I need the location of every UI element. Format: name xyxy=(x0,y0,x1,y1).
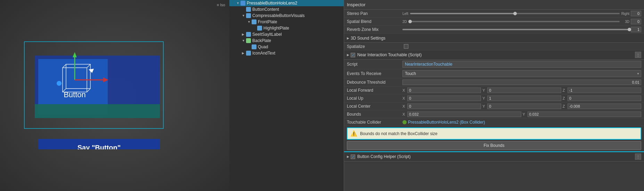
svg-rect-3 xyxy=(35,104,160,118)
svg-text:Say "Button": Say "Button" xyxy=(78,144,121,149)
local-center-z-input[interactable]: -0.008 xyxy=(568,103,641,109)
svg-marker-14 xyxy=(73,52,77,57)
bounds-x-input[interactable]: 0.032 xyxy=(407,111,521,117)
near-interaction-title: Near Interaction Touchable (Script) xyxy=(357,52,422,57)
near-interaction-checkbox[interactable] xyxy=(351,53,355,57)
hierarchy-icon-backplate xyxy=(246,38,251,43)
bounds-y-field[interactable]: Y 0.032 xyxy=(523,111,642,117)
bounds-x-field[interactable]: X 0.032 xyxy=(402,111,521,117)
spatial-blend-2d-label: 2D xyxy=(402,20,409,24)
next-section-header[interactable]: ▶ Button Config Helper (Script) ⋮ xyxy=(344,151,644,161)
spatialize-checkbox[interactable] xyxy=(404,44,408,49)
local-forward-xyz[interactable]: X 0 Y 0 Z -1 xyxy=(402,88,641,93)
hierarchy-icon-pressable xyxy=(241,1,245,6)
spatial-blend-track[interactable] xyxy=(410,21,620,22)
3d-scene: Say "Button" Button xyxy=(21,28,174,149)
hierarchy-label-pressable: PressableButtonHoloLens2 xyxy=(247,1,297,6)
collider-text: PressableButtonHoloLens2 (Box Collider) xyxy=(408,120,485,125)
warning-icon: ⚠️ xyxy=(350,130,357,137)
local-up-z-label: Z xyxy=(563,96,567,100)
local-center-y-input[interactable]: 0 xyxy=(487,103,561,109)
local-center-x-input[interactable]: 0 xyxy=(407,103,481,109)
bounds-label: Bounds xyxy=(347,112,402,117)
stereo-pan-slider-container[interactable]: Left Right 0 xyxy=(402,11,641,16)
stereo-pan-row: Stereo Pan Left Right 0 xyxy=(344,10,644,18)
reverb-zone-track[interactable] xyxy=(402,29,629,30)
spatial-blend-slider-container[interactable]: 2D 3D 0 xyxy=(402,19,641,24)
svg-point-17 xyxy=(57,81,62,86)
hierarchy-item-button-content[interactable]: ButtonContent xyxy=(229,6,344,13)
bounds-row: Bounds X 0.032 Y 0.032 xyxy=(344,110,644,118)
fix-bounds-button[interactable]: Fix Bounds xyxy=(347,141,641,150)
hierarchy-arrow-backplate: ▼ xyxy=(242,39,245,42)
hierarchy-item-highlightplate[interactable]: HighlightPlate xyxy=(229,25,344,31)
reverb-zone-slider-container[interactable]: 1 xyxy=(402,27,641,32)
bounds-xyz[interactable]: X 0.032 Y 0.032 xyxy=(402,111,641,117)
hierarchy-item-quad[interactable]: Quad xyxy=(229,44,344,50)
local-forward-x-input[interactable]: 0 xyxy=(407,88,481,93)
local-forward-z-input[interactable]: -1 xyxy=(568,88,641,93)
hierarchy-item-frontplate[interactable]: ▼FrontPlate xyxy=(229,19,344,25)
spatial-blend-label: Spatial Blend xyxy=(347,19,402,24)
hierarchy-label-frontplate: FrontPlate xyxy=(258,19,277,24)
debounce-label: Debounce Threshold xyxy=(347,80,402,85)
sound-settings-section[interactable]: ▶ 3D Sound Settings xyxy=(344,34,644,43)
local-forward-x-label: X xyxy=(402,88,407,92)
bounds-y-label: Y xyxy=(523,112,527,116)
local-center-y-field[interactable]: Y 0 xyxy=(482,103,561,109)
hierarchy-icon-highlightplate xyxy=(257,26,262,31)
local-forward-x-field[interactable]: X 0 xyxy=(402,88,481,93)
local-up-z-field[interactable]: Z 0 xyxy=(563,96,641,101)
local-center-x-field[interactable]: X 0 xyxy=(402,103,481,109)
reverb-zone-label: Reverb Zone Mix xyxy=(347,27,402,32)
hierarchy-label-highlightplate: HighlightPlate xyxy=(263,26,289,31)
local-center-z-label: Z xyxy=(563,104,567,108)
hierarchy-item-backplate[interactable]: ▼BackPlate xyxy=(229,38,344,44)
hierarchy-item-pressable[interactable]: ▼PressableButtonHoloLens2 xyxy=(229,0,344,6)
hierarchy-item-iconandtext[interactable]: ▶IconAndText xyxy=(229,50,344,56)
local-up-xyz[interactable]: X 0 Y 1 Z 0 xyxy=(402,96,641,101)
hierarchy-arrow-compressable: ▼ xyxy=(242,14,245,17)
bounds-x-label: X xyxy=(402,112,407,116)
local-forward-y-input[interactable]: 0 xyxy=(487,88,561,93)
hierarchy-item-seeit[interactable]: ▶SeeItSayItLabel xyxy=(229,31,344,38)
inspector-panel: Inspector Stereo Pan Left Right 0 Spatia… xyxy=(344,0,644,191)
stereo-pan-left-label: Left xyxy=(402,12,409,16)
local-center-x-label: X xyxy=(402,104,407,108)
inspector-content[interactable]: Stereo Pan Left Right 0 Spatial Blend 2D xyxy=(344,10,644,191)
local-up-z-input[interactable]: 0 xyxy=(568,96,641,101)
local-center-z-field[interactable]: Z -0.008 xyxy=(563,103,641,109)
spatial-blend-value[interactable]: 0 xyxy=(631,19,641,24)
local-up-x-input[interactable]: 0 xyxy=(407,96,481,101)
next-section-menu-btn[interactable]: ⋮ xyxy=(635,153,641,160)
local-up-y-label: Y xyxy=(482,96,487,100)
viewport[interactable]: ≡ Iso Say "Button" Button xyxy=(0,0,229,191)
local-up-y-input[interactable]: 1 xyxy=(487,96,561,101)
near-interaction-menu-btn[interactable]: ⋮ xyxy=(635,52,641,58)
next-section-checkbox[interactable] xyxy=(351,155,355,159)
local-center-xyz[interactable]: X 0 Y 0 Z -0.008 xyxy=(402,103,641,109)
debounce-value[interactable]: 0.01 xyxy=(402,80,641,85)
spatial-blend-3d-label: 3D xyxy=(621,20,629,24)
hierarchy-label-quad: Quad xyxy=(258,44,268,49)
stereo-pan-value[interactable]: 0 xyxy=(631,11,641,16)
spatial-blend-row: Spatial Blend 2D 3D 0 xyxy=(344,18,644,26)
hierarchy-arrow-iconandtext: ▶ xyxy=(242,51,245,55)
stereo-pan-track[interactable] xyxy=(410,13,620,14)
local-forward-y-field[interactable]: Y 0 xyxy=(482,88,561,93)
near-interaction-section[interactable]: ▶ Near Interaction Touchable (Script) ⋮ xyxy=(344,50,644,60)
reverb-zone-value[interactable]: 1 xyxy=(631,27,641,32)
local-up-y-field[interactable]: Y 1 xyxy=(482,96,561,101)
script-row: Script NearInteractionTouchable xyxy=(344,60,644,69)
warning-text: Bounds do not match the BoxCollider size xyxy=(360,131,438,136)
next-section-arrow: ▶ xyxy=(347,155,349,158)
hierarchy-item-compressable[interactable]: ▼CompressableButtonVisuals xyxy=(229,13,344,19)
local-up-x-field[interactable]: X 0 xyxy=(402,96,481,101)
hierarchy-icon-frontplate xyxy=(252,19,256,24)
script-value[interactable]: NearInteractionTouchable xyxy=(402,61,641,68)
local-forward-z-field[interactable]: Z -1 xyxy=(563,88,641,93)
collider-dot-icon xyxy=(402,120,407,124)
hierarchy-list: ▼PressableButtonHoloLens2ButtonContent▼C… xyxy=(229,0,344,56)
bounds-y-input[interactable]: 0.032 xyxy=(528,111,642,117)
events-dropdown[interactable]: Touch xyxy=(402,70,641,77)
